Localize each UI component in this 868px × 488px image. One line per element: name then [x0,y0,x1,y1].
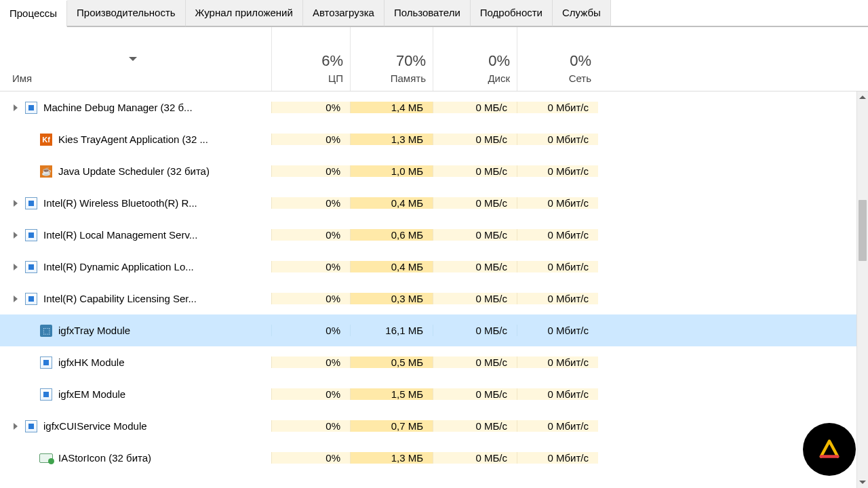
cell-disk: 0 МБ/с [433,229,517,241]
chevron-right-icon [14,264,18,270]
brand-logo-icon [815,435,844,464]
tab-2[interactable]: Журнал приложений [186,0,303,26]
process-list: Machine Debug Manager (32 б...0%1,4 МБ0 … [0,92,868,488]
cell-net: 0 Мбит/с [517,197,598,209]
cell-mem: 1,3 МБ [350,134,433,145]
cell-cpu: 0% [271,229,350,241]
cell-net: 0 Мбит/с [517,134,598,145]
process-row[interactable]: Intel(R) Capability Licensing Ser...0%0,… [0,283,868,314]
process-name: Intel(R) Dynamic Application Lo... [43,261,194,272]
cell-disk: 0 МБ/с [433,102,517,113]
cell-net: 0 Мбит/с [517,293,598,304]
scroll-thumb[interactable] [859,200,867,261]
process-icon [24,292,38,306]
cell-mem: 16,1 МБ [350,325,433,336]
process-name: IAStorIcon (32 бита) [58,452,151,464]
cell-disk: 0 МБ/с [433,197,517,209]
cell-cpu: 0% [271,261,350,272]
col-name-label: Имя [12,73,264,84]
cell-cpu: 0% [271,102,350,113]
cpu-total-pct: 6% [279,52,343,70]
cell-mem: 1,5 МБ [350,388,433,400]
process-name: Java Update Scheduler (32 бита) [58,165,210,177]
cell-net: 0 Мбит/с [517,452,598,464]
tab-1[interactable]: Производительность [67,0,186,26]
expand-toggle[interactable] [14,261,23,272]
chevron-right-icon [14,423,18,430]
process-name: igfxCUIService Module [43,420,147,432]
process-icon [39,451,53,465]
col-header-disk[interactable]: 0% Диск [433,27,517,91]
expand-toggle[interactable] [14,229,23,241]
process-row[interactable]: igfxEM Module0%1,5 МБ0 МБ/с0 Мбит/с [0,378,868,410]
chevron-down-icon [859,481,866,484]
tab-4[interactable]: Пользователи [384,0,471,26]
cell-net: 0 Мбит/с [517,261,598,272]
col-header-cpu[interactable]: 6% ЦП [271,27,350,91]
expand-toggle[interactable] [14,197,23,209]
memory-label: Память [357,73,426,84]
process-name: Kies TrayAgent Application (32 ... [58,134,208,145]
cell-cpu: 0% [271,357,350,368]
column-headers: Имя 6% ЦП 70% Память 0% Диск 0% Сеть [0,27,868,92]
process-name: igfxHK Module [58,357,125,368]
tab-3[interactable]: Автозагрузка [303,0,384,26]
cell-cpu: 0% [271,452,350,464]
process-name: Machine Debug Manager (32 б... [43,102,193,113]
process-row[interactable]: KfKies TrayAgent Application (32 ...0%1,… [0,123,868,155]
process-icon: Kf [39,133,53,146]
scrollbar[interactable] [856,92,868,488]
chevron-right-icon [14,104,18,111]
cell-mem: 0,4 МБ [350,197,433,209]
cell-net: 0 Мбит/с [517,229,598,241]
tab-5[interactable]: Подробности [471,0,553,26]
scroll-down-button[interactable] [857,476,868,488]
process-row[interactable]: igfxCUIService Module0%0,7 МБ0 МБ/с0 Мби… [0,410,868,442]
cell-disk: 0 МБ/с [433,420,517,432]
cell-mem: 0,7 МБ [350,420,433,432]
process-row[interactable]: Java Update Scheduler (32 бита)0%1,0 МБ0… [0,155,868,187]
cell-disk: 0 МБ/с [433,388,517,400]
cell-mem: 1,0 МБ [350,165,433,177]
process-row[interactable]: igfxTray Module0%16,1 МБ0 МБ/с0 Мбит/с [0,314,868,346]
cell-net: 0 Мбит/с [517,388,598,400]
cell-mem: 1,4 МБ [350,102,433,113]
cell-cpu: 0% [271,325,350,336]
process-row[interactable]: Intel(R) Dynamic Application Lo...0%0,4 … [0,251,868,283]
cell-disk: 0 МБ/с [433,293,517,304]
network-total-pct: 0% [524,52,591,70]
process-icon [39,165,53,178]
process-name: igfxEM Module [58,388,125,400]
expand-toggle[interactable] [14,420,23,432]
chevron-right-icon [14,200,18,207]
cell-net: 0 Мбит/с [517,325,598,336]
process-icon [39,388,53,401]
process-row[interactable]: IAStorIcon (32 бита)0%1,3 МБ0 МБ/с0 Мбит… [0,442,868,474]
col-header-network[interactable]: 0% Сеть [517,27,598,91]
process-row[interactable]: Intel(R) Local Management Serv...0%0,6 М… [0,219,868,251]
cell-disk: 0 МБ/с [433,165,517,177]
expand-toggle[interactable] [14,102,23,113]
disk-total-pct: 0% [440,52,510,70]
tab-6[interactable]: Службы [553,0,611,26]
chevron-right-icon [14,232,18,239]
process-icon [39,356,53,369]
process-icon [24,101,38,115]
expand-toggle[interactable] [14,293,23,304]
cell-mem: 0,6 МБ [350,229,433,241]
cell-disk: 0 МБ/с [433,261,517,272]
col-header-name[interactable]: Имя [0,27,271,91]
process-row[interactable]: Machine Debug Manager (32 б...0%1,4 МБ0 … [0,92,868,123]
process-name: Intel(R) Local Management Serv... [43,229,197,241]
sort-indicator-icon [129,57,137,61]
col-header-memory[interactable]: 70% Память [350,27,433,91]
cell-cpu: 0% [271,293,350,304]
scroll-up-button[interactable] [857,92,868,103]
cpu-label: ЦП [279,73,343,84]
tab-0[interactable]: Процессы [0,1,67,27]
process-row[interactable]: igfxHK Module0%0,5 МБ0 МБ/с0 Мбит/с [0,346,868,378]
cell-disk: 0 МБ/с [433,134,517,145]
cell-disk: 0 МБ/с [433,357,517,368]
process-row[interactable]: Intel(R) Wireless Bluetooth(R) R...0%0,4… [0,187,868,219]
cell-mem: 1,3 МБ [350,452,433,464]
